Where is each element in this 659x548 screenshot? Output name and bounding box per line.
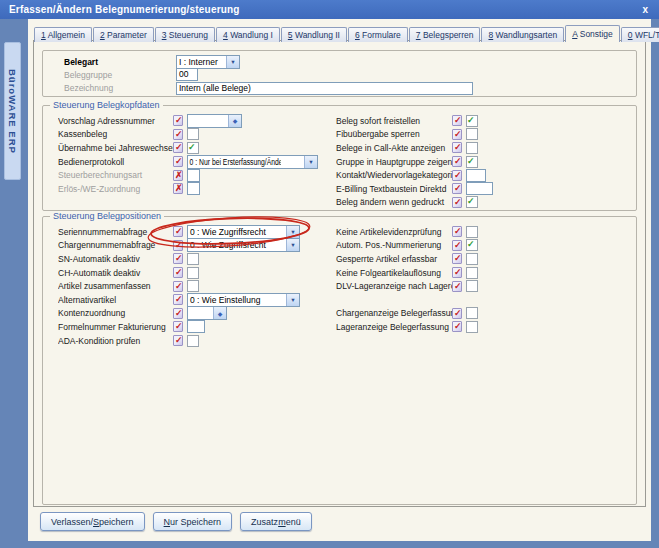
chevron-down-icon[interactable]: ▼	[286, 294, 299, 306]
chevron-down-icon[interactable]: ▼	[226, 56, 239, 68]
field-access-icon[interactable]	[452, 321, 462, 332]
field-row: Lageranzeige Belegerfassung	[336, 320, 632, 334]
zusatzmenu-button[interactable]: Zusatzmenü	[240, 512, 312, 531]
tab-wandlung-1[interactable]: 4 Wandlung I	[216, 27, 280, 42]
field-access-icon[interactable]	[173, 281, 183, 292]
chevron-down-icon[interactable]: ▼	[286, 226, 299, 238]
field-label: Keine Folgeartikelauflösung	[336, 268, 452, 278]
beleg-sofort-freistellen-checkbox[interactable]	[466, 115, 478, 127]
fibuuebergabe-sperren-checkbox[interactable]	[466, 128, 478, 140]
belegart-select[interactable]: I : Interner ▼	[176, 55, 240, 69]
tab-wandlungsarten[interactable]: 8 Wandlungsarten	[481, 27, 564, 42]
ada-kondition-checkbox[interactable]	[187, 335, 199, 347]
chargenanzeige-checkbox[interactable]	[466, 307, 478, 319]
pos-nummerierung-checkbox[interactable]	[466, 239, 478, 251]
lageranzeige-checkbox[interactable]	[466, 321, 478, 333]
field-access-icon[interactable]	[173, 156, 183, 167]
field-label: Bedienerprotokoll	[58, 157, 173, 167]
artikel-zusammenfassen-checkbox[interactable]	[187, 280, 199, 292]
field-row: Chargenanzeige Belegerfassung	[336, 307, 632, 321]
field-access-icon[interactable]	[452, 156, 462, 167]
field-row: CH-Automatik deaktiv	[58, 266, 336, 280]
beleggruppe-row: Beleggruppe 00	[64, 68, 636, 81]
artikelevidenz-checkbox[interactable]	[466, 226, 478, 238]
field-label: Übernahme bei Jahreswechsel	[58, 143, 173, 153]
header-fields-box: Belegart I : Interner ▼ Beleggruppe 00 B…	[42, 50, 637, 97]
chevron-down-icon[interactable]: ▼	[304, 156, 317, 168]
field-label: ADA-Kondition prüfen	[58, 336, 173, 346]
field-access-icon[interactable]	[452, 267, 462, 278]
dlv-lageranzeige-checkbox[interactable]	[466, 280, 478, 292]
tab-formulare[interactable]: 6 Formulare	[348, 27, 408, 42]
field-access-icon[interactable]	[173, 115, 183, 126]
beleg-aendern-gedruckt-checkbox[interactable]	[466, 196, 478, 208]
nur-speichern-button[interactable]: Nur Speichern	[153, 512, 233, 531]
lookup-icon[interactable]: ◆	[228, 115, 241, 127]
field-access-icon[interactable]	[452, 170, 462, 181]
field-label: Belege in Call-Akte anzeigen	[336, 143, 452, 153]
tab-allgemein[interactable]: 1 Allgemein	[34, 27, 92, 42]
field-access-icon[interactable]	[173, 321, 183, 332]
sn-automatik-checkbox[interactable]	[187, 253, 199, 265]
tab-belegsperren[interactable]: 7 Belegsperren	[409, 27, 481, 42]
field-access-icon[interactable]	[173, 142, 183, 153]
field-access-icon[interactable]	[173, 308, 183, 319]
field-access-icon[interactable]	[173, 183, 183, 194]
field-access-icon[interactable]	[173, 240, 183, 251]
chargennummernabfrage-select[interactable]: 0 : Wie Zugriffsrecht ▼	[187, 238, 300, 252]
chevron-down-icon[interactable]: ▼	[286, 239, 299, 251]
folgeartikel-checkbox[interactable]	[466, 267, 478, 279]
field-access-icon[interactable]	[173, 294, 183, 305]
bedienerprotokoll-select[interactable]: 0 : Nur bei Ersterfassung/Änderung ▼	[187, 155, 318, 169]
field-access-icon[interactable]	[173, 335, 183, 346]
tab-sonstige[interactable]: A Sonstige	[565, 25, 620, 42]
formelnummer-input[interactable]	[187, 320, 205, 333]
tab-parameter[interactable]: 2 Parameter	[93, 27, 154, 42]
alternativartikel-select[interactable]: 0 : Wie Einstellung ▼	[187, 293, 300, 307]
kassenbeleg-checkbox[interactable]	[187, 128, 199, 140]
field-access-icon[interactable]	[452, 183, 462, 194]
hauptgruppe-checkbox[interactable]	[466, 156, 478, 168]
steuerberechnungsart-input	[187, 169, 200, 182]
field-access-icon[interactable]	[452, 226, 462, 237]
field-row: Keine Artikelevidenzprüfung	[336, 225, 632, 239]
kontenzuordnung-input[interactable]: ◆	[187, 306, 227, 320]
group-belegkopfdaten-title: Steuerung Belegkopfdaten	[50, 100, 163, 110]
field-access-icon[interactable]	[452, 142, 462, 153]
gesperrte-artikel-checkbox[interactable]	[466, 253, 478, 265]
jahreswechsel-checkbox[interactable]	[187, 142, 199, 154]
field-access-icon[interactable]	[173, 267, 183, 278]
field-label: Formelnummer Fakturierung	[58, 322, 173, 332]
field-access-icon[interactable]	[452, 240, 462, 251]
field-access-icon[interactable]	[173, 226, 183, 237]
field-access-icon[interactable]	[452, 308, 462, 319]
bezeichnung-label: Bezeichnung	[64, 83, 176, 93]
field-access-icon[interactable]	[173, 170, 183, 181]
call-akte-checkbox[interactable]	[466, 142, 478, 154]
field-access-icon[interactable]	[452, 281, 462, 292]
field-label: Artikel zusammenfassen	[58, 281, 173, 291]
tab-wfl-tb[interactable]: 0 WFL/TB	[621, 27, 659, 42]
field-access-icon[interactable]	[173, 129, 183, 140]
close-icon[interactable]: x	[640, 4, 650, 15]
verlassen-speichern-button[interactable]: Verlassen/Speichern	[40, 512, 145, 531]
field-label: CH-Automatik deaktiv	[58, 268, 173, 278]
vorschlag-adressnummer-input[interactable]: ◆	[187, 114, 242, 128]
field-access-icon[interactable]	[173, 253, 183, 264]
seriennummernabfrage-select[interactable]: 0 : Wie Zugriffsrecht ▼	[187, 225, 300, 239]
erloes-we-zuordnung-input	[187, 182, 200, 195]
wiedervorlagekategorie-input[interactable]	[466, 169, 486, 182]
field-access-icon[interactable]	[452, 115, 462, 126]
field-access-icon[interactable]	[452, 197, 462, 208]
lookup-icon[interactable]: ◆	[213, 307, 226, 319]
field-access-icon[interactable]	[452, 253, 462, 264]
field-access-icon[interactable]	[452, 129, 462, 140]
tab-wandlung-2[interactable]: 5 Wandlung II	[281, 27, 347, 42]
ebilling-textbaustein-input[interactable]	[466, 182, 493, 195]
ch-automatik-checkbox[interactable]	[187, 267, 199, 279]
tab-steuerung[interactable]: 3 Steuerung	[155, 27, 215, 42]
field-label: DLV-Lageranzeige nach Lagerort	[336, 281, 452, 291]
field-label: Beleg ändern wenn gedruckt	[336, 197, 452, 207]
bezeichnung-input[interactable]: Intern (alle Belege)	[176, 82, 473, 95]
beleggruppe-input[interactable]: 00	[176, 68, 198, 81]
